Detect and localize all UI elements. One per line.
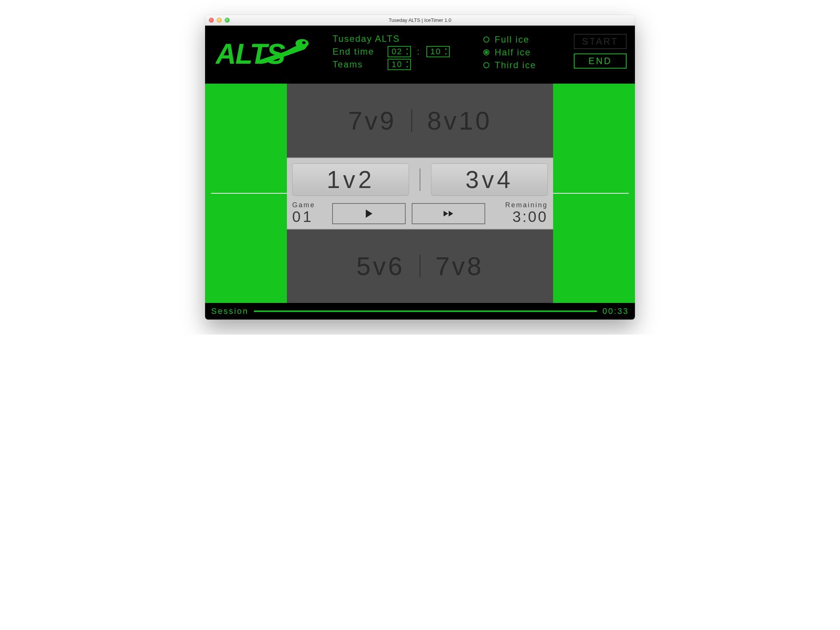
app-window: Tuseday ALTS | IceTimer 1.0 ALTS Tuseday… xyxy=(205,15,635,320)
svg-text:ALTS: ALTS xyxy=(216,38,286,70)
stepper-arrows-icon: ▲▼ xyxy=(406,47,409,56)
session-elapsed: 00:33 xyxy=(603,306,629,316)
prev-match-a: 7v9 xyxy=(348,106,396,135)
teams-label: Teams xyxy=(333,59,382,70)
titlebar: Tuseday ALTS | IceTimer 1.0 xyxy=(205,15,635,26)
svg-point-2 xyxy=(302,41,306,44)
end-button[interactable]: END xyxy=(574,54,627,69)
row-divider-icon xyxy=(420,169,420,191)
session-name: Tuseday ALTS xyxy=(333,33,400,44)
svg-marker-3 xyxy=(366,209,373,218)
svg-point-1 xyxy=(295,39,309,48)
svg-marker-4 xyxy=(444,211,448,216)
ice-options: Full ice Half ice Third ice xyxy=(483,32,559,72)
session-progress-bar[interactable] xyxy=(254,310,597,312)
radio-third-ice[interactable]: Third ice xyxy=(483,59,559,72)
prev-match-b: 8v10 xyxy=(427,106,492,135)
skip-button[interactable] xyxy=(412,203,485,224)
row-divider-icon xyxy=(411,109,412,132)
previous-matches-row: 7v9 8v10 xyxy=(287,83,553,158)
svg-marker-5 xyxy=(448,211,453,216)
fast-forward-icon xyxy=(443,209,454,218)
time-colon: : xyxy=(417,46,420,57)
window-title: Tuseday ALTS | IceTimer 1.0 xyxy=(205,15,635,26)
action-buttons: START END xyxy=(574,32,627,69)
radio-icon xyxy=(483,36,489,43)
main-area: 7v9 8v10 1v2 3v4 Game 01 xyxy=(205,83,635,303)
radio-icon xyxy=(483,49,489,55)
session-footer: Session 00:33 xyxy=(205,303,635,320)
logo: ALTS xyxy=(216,32,317,76)
right-rink-panel xyxy=(553,83,635,303)
stepper-arrows-icon: ▲▼ xyxy=(445,47,448,56)
next-match-a: 5v6 xyxy=(356,251,404,281)
left-rink-panel xyxy=(205,83,287,303)
end-time-hour-stepper[interactable]: 02 ▲▼ xyxy=(388,46,411,57)
settings-panel: Tuseday ALTS End time 02 ▲▼ : 10 ▲▼ Team… xyxy=(333,32,468,71)
current-match-card: 1v2 3v4 Game 01 xyxy=(287,158,553,230)
start-button[interactable]: START xyxy=(574,34,627,49)
radio-half-ice[interactable]: Half ice xyxy=(483,46,559,59)
next-match-b: 7v8 xyxy=(436,251,484,281)
current-match-b[interactable]: 3v4 xyxy=(431,164,548,196)
play-button[interactable] xyxy=(332,203,406,224)
play-icon xyxy=(365,209,373,218)
remaining-time-display: Remaining 3:00 xyxy=(491,201,548,224)
current-match-a[interactable]: 1v2 xyxy=(292,164,409,196)
end-time-label: End time xyxy=(333,46,382,57)
radio-full-ice[interactable]: Full ice xyxy=(483,33,559,46)
stepper-arrows-icon: ▲▼ xyxy=(406,60,409,69)
row-divider-icon xyxy=(420,255,420,277)
app-header: ALTS Tuseday ALTS End time 02 ▲▼ : 10 xyxy=(205,26,635,83)
session-label: Session xyxy=(211,306,248,316)
next-matches-row: 5v6 7v8 xyxy=(287,230,553,303)
teams-stepper[interactable]: 10 ▲▼ xyxy=(388,59,411,70)
radio-icon xyxy=(483,62,489,68)
schedule-panel: 7v9 8v10 1v2 3v4 Game 01 xyxy=(287,83,553,303)
game-number-display: Game 01 xyxy=(292,201,326,224)
end-time-min-stepper[interactable]: 10 ▲▼ xyxy=(426,46,450,57)
